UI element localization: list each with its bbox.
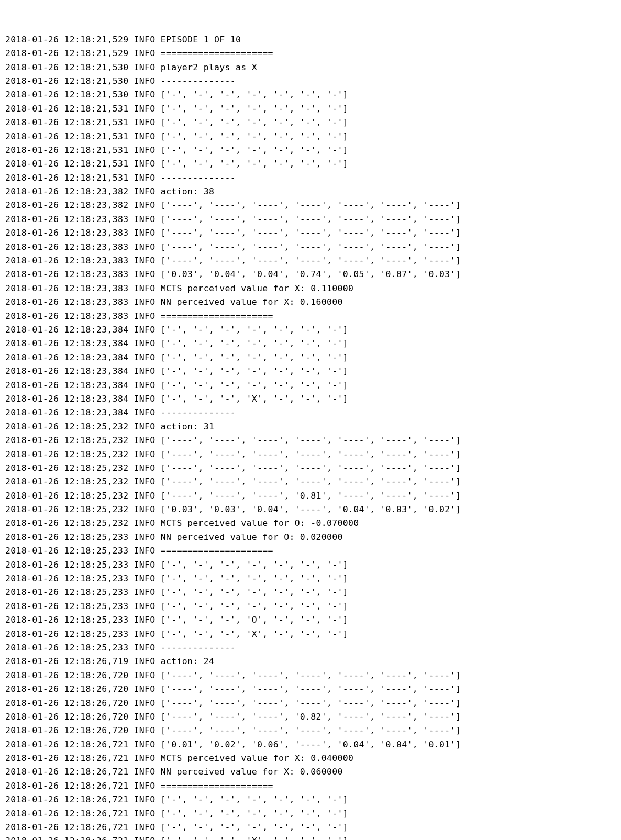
log-line: 2018-01-26 12:18:25,233 INFO ['-', '-', … [5,558,616,572]
log-line: 2018-01-26 12:18:26,721 INFO ['-', '-', … [5,834,616,840]
log-line: 2018-01-26 12:18:25,232 INFO ['----', '-… [5,448,616,461]
log-line: 2018-01-26 12:18:23,383 INFO ['----', '-… [5,240,616,254]
log-line: 2018-01-26 12:18:26,720 INFO ['----', '-… [5,710,616,724]
log-line: 2018-01-26 12:18:23,383 INFO ['----', '-… [5,254,616,268]
log-output: 2018-01-26 12:18:21,529 INFO EPISODE 1 O… [5,33,616,840]
log-line: 2018-01-26 12:18:21,531 INFO -----------… [5,171,616,185]
log-line: 2018-01-26 12:18:25,233 INFO ['-', '-', … [5,572,616,585]
log-line: 2018-01-26 12:18:23,383 INFO ['0.03', '0… [5,268,616,281]
log-line: 2018-01-26 12:18:25,233 INFO ['-', '-', … [5,600,616,613]
log-line: 2018-01-26 12:18:21,530 INFO player2 pla… [5,61,616,74]
log-line: 2018-01-26 12:18:26,721 INFO MCTS percei… [5,751,616,765]
log-line: 2018-01-26 12:18:26,721 INFO ['-', '-', … [5,807,616,821]
log-line: 2018-01-26 12:18:23,384 INFO ['-', '-', … [5,379,616,392]
log-line: 2018-01-26 12:18:25,233 INFO NN perceive… [5,530,616,544]
log-line: 2018-01-26 12:18:25,232 INFO ['----', '-… [5,434,616,447]
log-line: 2018-01-26 12:18:21,530 INFO ['-', '-', … [5,88,616,102]
log-line: 2018-01-26 12:18:21,531 INFO ['-', '-', … [5,157,616,171]
log-line: 2018-01-26 12:18:26,720 INFO ['----', '-… [5,682,616,696]
log-line: 2018-01-26 12:18:21,531 INFO ['-', '-', … [5,102,616,116]
log-line: 2018-01-26 12:18:26,721 INFO ['-', '-', … [5,821,616,834]
log-line: 2018-01-26 12:18:23,384 INFO ['-', '-', … [5,364,616,378]
log-line: 2018-01-26 12:18:26,720 INFO ['----', '-… [5,697,616,710]
log-line: 2018-01-26 12:18:25,232 INFO MCTS percei… [5,516,616,530]
log-line: 2018-01-26 12:18:26,720 INFO ['----', '-… [5,669,616,682]
log-line: 2018-01-26 12:18:23,384 INFO ['-', '-', … [5,351,616,364]
log-line: 2018-01-26 12:18:26,721 INFO ['-', '-', … [5,793,616,806]
log-line: 2018-01-26 12:18:26,719 INFO action: 24 [5,655,616,668]
log-line: 2018-01-26 12:18:25,232 INFO action: 31 [5,420,616,434]
log-line: 2018-01-26 12:18:26,721 INFO ===========… [5,779,616,793]
log-line: 2018-01-26 12:18:25,233 INFO ===========… [5,544,616,558]
log-line: 2018-01-26 12:18:25,233 INFO ['-', '-', … [5,585,616,599]
log-line: 2018-01-26 12:18:23,384 INFO ['-', '-', … [5,337,616,350]
log-line: 2018-01-26 12:18:21,531 INFO ['-', '-', … [5,143,616,157]
log-line: 2018-01-26 12:18:23,382 INFO ['----', '-… [5,198,616,212]
log-line: 2018-01-26 12:18:25,232 INFO ['0.03', '0… [5,503,616,516]
log-line: 2018-01-26 12:18:23,382 INFO action: 38 [5,185,616,198]
log-line: 2018-01-26 12:18:25,232 INFO ['----', '-… [5,475,616,489]
log-line: 2018-01-26 12:18:23,384 INFO ['-', '-', … [5,323,616,337]
log-line: 2018-01-26 12:18:25,233 INFO ['-', '-', … [5,613,616,627]
log-line: 2018-01-26 12:18:23,383 INFO ['----', '-… [5,213,616,226]
log-line: 2018-01-26 12:18:23,384 INFO ['-', '-', … [5,392,616,406]
log-line: 2018-01-26 12:18:23,383 INFO NN perceive… [5,295,616,309]
log-line: 2018-01-26 12:18:21,530 INFO -----------… [5,74,616,88]
log-line: 2018-01-26 12:18:23,383 INFO ===========… [5,310,616,323]
log-line: 2018-01-26 12:18:23,383 INFO MCTS percei… [5,282,616,295]
log-line: 2018-01-26 12:18:25,233 INFO ['-', '-', … [5,627,616,641]
log-line: 2018-01-26 12:18:25,233 INFO -----------… [5,641,616,655]
log-line: 2018-01-26 12:18:21,529 INFO ===========… [5,47,616,60]
log-line: 2018-01-26 12:18:26,721 INFO NN perceive… [5,765,616,779]
log-line: 2018-01-26 12:18:25,232 INFO ['----', '-… [5,461,616,475]
log-line: 2018-01-26 12:18:21,531 INFO ['-', '-', … [5,130,616,143]
log-line: 2018-01-26 12:18:26,720 INFO ['----', '-… [5,724,616,737]
log-line: 2018-01-26 12:18:21,529 INFO EPISODE 1 O… [5,33,616,47]
log-line: 2018-01-26 12:18:21,531 INFO ['-', '-', … [5,116,616,129]
log-line: 2018-01-26 12:18:26,721 INFO ['0.01', '0… [5,738,616,751]
log-line: 2018-01-26 12:18:23,383 INFO ['----', '-… [5,226,616,240]
log-line: 2018-01-26 12:18:23,384 INFO -----------… [5,406,616,419]
log-line: 2018-01-26 12:18:25,232 INFO ['----', '-… [5,489,616,503]
